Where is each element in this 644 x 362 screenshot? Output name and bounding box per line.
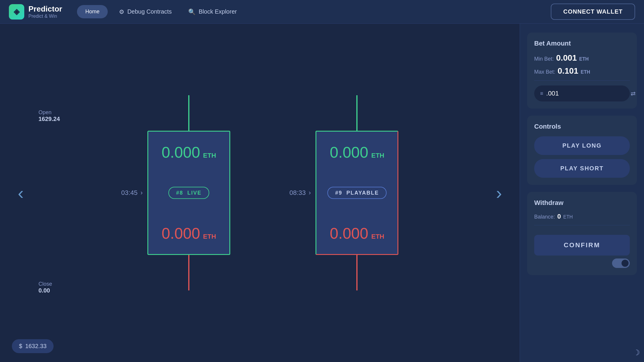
divider2 [534,225,630,225]
brand-sub: Predict & Win [28,14,62,19]
chart-area: ‹ Open 1629.24 Close 0.00 03:45 › [0,24,520,362]
balance-row: Balance: 0 ETH [534,213,630,220]
candle2-red-value: 0.000ETH [330,224,384,242]
logo-icon: ◈ [14,7,20,16]
timer2-arrow-icon: › [309,189,311,197]
balance-value: 0 [557,213,561,220]
candle-playable: 0.000ETH #9 PLAYABLE 0.000ETH [315,95,398,290]
divider1 [534,80,630,81]
candle1-green-value: 0.000ETH [162,143,216,161]
main-content: ‹ Open 1629.24 Close 0.00 03:45 › [0,24,644,362]
navbar: ◈ › Predictor Predict & Win Home ⚙ Debug… [0,0,644,24]
next-arrow[interactable]: › [496,183,502,203]
candle1-red-value: 0.000ETH [162,224,216,242]
price-ticker: $ 1632.33 [12,339,54,353]
brand: ◈ › Predictor Predict & Win [9,4,62,20]
ticker-value: 1632.33 [25,343,46,350]
theme-toggle[interactable] [612,258,630,268]
max-bet-unit: ETH [581,70,590,75]
candle1-badge: #8 LIVE [168,187,209,199]
withdraw-section: Withdraw Balance: 0 ETH CONFIRM [527,192,637,275]
bet-amount-input[interactable] [546,90,628,97]
play-long-button[interactable]: PLAY LONG [534,136,630,155]
toggle-row [534,258,630,268]
candle2-badge: #9 PLAYABLE [328,187,387,199]
timer-arrow-icon: › [141,189,143,197]
connect-wallet-button[interactable]: CONNECT WALLET [551,4,635,20]
brand-logo: ◈ [9,4,24,20]
bet-amount-section: Bet Amount Min Bet: 0.001 ETH Max Bet: 0… [527,33,637,109]
max-bet-row: Max Bet: 0.101 ETH [534,66,630,76]
max-bet-value: 0.101 [558,66,578,76]
play-short-button[interactable]: PLAY SHORT [534,159,630,178]
bet-input-wrapper: ≡ ⇄ [534,85,630,101]
max-bet-label: Max Bet: [534,69,555,75]
brand-text: Predictor Predict & Win [28,4,62,19]
candles-container: 03:45 › 0.000ETH #8 LIVE 0.00 [121,95,399,290]
prev-arrow[interactable]: ‹ [18,183,24,203]
candle1-timer: 03:45 › [121,189,143,197]
search-icon: 🔍 [188,8,196,15]
gear-icon: ⚙ [119,8,124,15]
candle1-body: 0.000ETH #8 LIVE 0.000ETH [147,131,230,255]
balance-unit: ETH [563,214,573,220]
debug-contracts-link[interactable]: ⚙ Debug Contracts [114,5,177,19]
min-bet-row: Min Bet: 0.001 ETH [534,53,630,63]
min-bet-label: Min Bet: [534,56,554,62]
moon-icon: ☽ [633,348,640,357]
withdraw-title: Withdraw [534,199,630,207]
controls-section: Controls PLAY LONG PLAY SHORT [527,116,637,185]
candle2-timer: 08:33 › [289,189,311,197]
confirm-row: CONFIRM [534,230,630,268]
ticker-icon: $ [19,343,22,350]
candle2-body: 0.000ETH #9 PLAYABLE 0.000ETH [315,131,398,255]
candle1-wick-bottom [188,255,189,290]
candle2-wick-bottom [356,255,358,290]
refresh-icon[interactable]: ⇄ [631,90,636,97]
candle2-green-value: 0.000ETH [330,143,384,161]
min-bet-unit: ETH [579,56,589,62]
controls-title: Controls [534,123,630,130]
block-explorer-link[interactable]: 🔍 Block Explorer [183,5,242,19]
confirm-button[interactable]: CONFIRM [534,235,630,256]
toggle-knob [622,260,629,267]
balance-label: Balance: [534,214,555,220]
bet-amount-title: Bet Amount [534,40,630,47]
home-button[interactable]: Home [77,5,108,18]
open-price-label: Open 1629.24 [38,109,60,122]
close-price-label: Close 0.00 [38,281,52,294]
candle2-wick-top [356,95,358,131]
candle-live: 0.000ETH #8 LIVE 0.000ETH [147,95,230,290]
sidebar: Bet Amount Min Bet: 0.001 ETH Max Bet: 0… [520,24,644,362]
min-bet-value: 0.001 [556,53,577,63]
candle1-wick-top [188,95,189,131]
equals-icon: ≡ [540,90,543,97]
brand-name: Predictor [28,4,62,14]
